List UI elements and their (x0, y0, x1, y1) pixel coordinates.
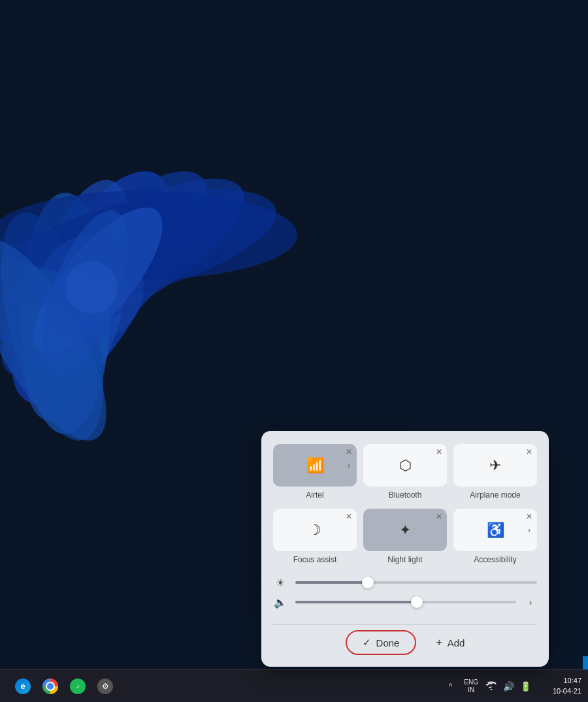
accessibility-tile-label: Accessibility (474, 555, 516, 564)
focus-tile-button[interactable]: ✕ ☽ (273, 509, 357, 551)
taskbar-icon-chrome[interactable] (38, 674, 63, 699)
nightlight-tile-button[interactable]: ✕ ✦ (363, 509, 447, 551)
tray-time: 10:47 (563, 676, 581, 686)
done-button[interactable]: ✓ Done (346, 630, 417, 655)
airplane-tile-label: Airplane mode (470, 490, 520, 500)
pin-icon: ✕ (346, 512, 352, 521)
airplane-tile-button[interactable]: ✕ ✈ (453, 444, 537, 487)
taskbar-right: ^ ENG IN 🔊 🔋 (448, 674, 588, 699)
volume-arrow-icon[interactable]: › (524, 597, 537, 607)
taskbar-icon-edge[interactable]: e (10, 674, 35, 699)
tray-wifi-icon[interactable] (483, 674, 499, 699)
nightlight-tile-label: Night light (387, 555, 422, 564)
taskbar-center: e ♪ ⚙ (10, 674, 118, 699)
system-tray: ENG IN 🔊 🔋 (457, 674, 536, 699)
brightness-row: ☀ (273, 576, 537, 589)
bottom-bar: ✓ Done + Add (273, 624, 537, 655)
brightness-fill (295, 581, 368, 584)
tray-volume-icon[interactable]: 🔊 (500, 674, 516, 699)
tray-date: 10-04-21 (553, 686, 581, 696)
tile-item-accessibility: ✕ ♿ › Accessibility (453, 509, 537, 564)
accessibility-icon: ♿ (487, 522, 504, 539)
focus-tile-label: Focus assist (293, 555, 337, 564)
edge-icon: e (15, 678, 31, 694)
arrow-icon: › (348, 461, 350, 470)
plus-icon: + (436, 637, 442, 648)
add-label: Add (448, 637, 465, 648)
tile-item-airplane: ✕ ✈ Airplane mode (453, 444, 537, 500)
wifi-tile-button[interactable]: ✕ 📶 › (273, 444, 357, 487)
volume-fill (295, 601, 417, 603)
bluetooth-tile-label: Bluetooth (389, 490, 422, 500)
add-button[interactable]: + Add (436, 637, 465, 648)
tiles-grid-row2: ✕ ☽ Focus assist ✕ ✦ Night light ✕ ♿ › (273, 509, 537, 564)
brightness-track (295, 581, 537, 584)
pin-icon: ✕ (436, 447, 442, 456)
volume-thumb[interactable] (411, 596, 423, 608)
tile-item-focus: ✕ ☽ Focus assist (273, 509, 357, 564)
tiles-grid-row1: ✕ 📶 › Airtel ✕ ⬡ Bluetooth ✕ ✈ (273, 444, 537, 500)
quick-settings-panel: ✕ 📶 › Airtel ✕ ⬡ Bluetooth ✕ ✈ (261, 431, 549, 667)
check-icon: ✓ (363, 637, 371, 648)
pin-icon: ✕ (526, 512, 532, 521)
pin-icon: ✕ (526, 447, 532, 456)
tray-chevron-icon[interactable]: ^ (448, 682, 454, 691)
arrow-icon: › (528, 526, 531, 535)
tile-item-bluetooth: ✕ ⬡ Bluetooth (363, 444, 447, 500)
volume-slider[interactable] (295, 596, 516, 609)
taskbar-icon-spotify[interactable]: ♪ (65, 674, 90, 699)
spotify-icon: ♪ (70, 678, 86, 694)
settings-gear-icon: ⚙ (97, 678, 113, 694)
taskbar: e ♪ ⚙ ^ ENG IN (0, 669, 588, 702)
tray-language-eng: ENG (464, 678, 478, 686)
tray-battery-icon[interactable]: 🔋 (517, 674, 533, 699)
done-label: Done (376, 637, 400, 648)
volume-row: 🔈 › (273, 596, 537, 609)
airplane-icon: ✈ (489, 457, 501, 474)
brightness-icon: ☀ (273, 577, 287, 589)
taskbar-icon-settings[interactable]: ⚙ (93, 674, 118, 699)
volume-icon: 🔈 (273, 596, 287, 609)
bluetooth-icon: ⬡ (399, 457, 412, 474)
pin-icon: ✕ (436, 512, 442, 521)
chrome-icon (42, 678, 58, 694)
wifi-icon: 📶 (306, 457, 324, 474)
tray-language[interactable]: ENG IN (460, 678, 482, 694)
tile-item-nightlight: ✕ ✦ Night light (363, 509, 447, 564)
moon-icon: ☽ (308, 522, 321, 539)
tray-clock[interactable]: 10:47 10-04-21 (540, 676, 585, 696)
volume-track (295, 601, 516, 603)
desktop: ✕ 📶 › Airtel ✕ ⬡ Bluetooth ✕ ✈ (0, 0, 588, 702)
brightness-thumb[interactable] (362, 577, 374, 588)
wifi-tile-label: Airtel (306, 490, 323, 500)
tray-language-in: IN (468, 686, 474, 694)
bluetooth-tile-button[interactable]: ✕ ⬡ (363, 444, 447, 487)
pin-icon: ✕ (346, 447, 352, 456)
tile-item-wifi: ✕ 📶 › Airtel (273, 444, 357, 500)
nightlight-icon: ✦ (399, 522, 411, 539)
accessibility-tile-button[interactable]: ✕ ♿ › (453, 509, 537, 551)
notification-strip (583, 656, 588, 669)
sliders-section: ☀ 🔈 › (273, 573, 537, 618)
brightness-slider[interactable] (295, 576, 537, 589)
